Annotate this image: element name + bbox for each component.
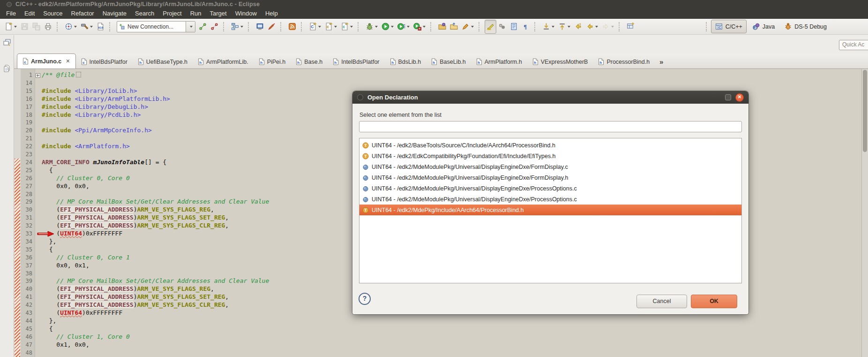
dialog-title-bar[interactable]: Open Declaration ✕ xyxy=(352,91,748,104)
declaration-list-item[interactable]: UINT64 - /edk2/MdeModulePkg/Universal/Di… xyxy=(359,194,741,205)
tab-base-h[interactable]: hBase.h xyxy=(291,55,328,68)
print-button[interactable] xyxy=(42,20,54,34)
tab-bdslib-h[interactable]: hBdsLib.h xyxy=(385,55,427,68)
dialog-close-button[interactable]: ✕ xyxy=(735,93,744,102)
menu-search[interactable]: Search xyxy=(131,9,158,18)
export-button[interactable] xyxy=(448,20,460,34)
menu-file[interactable]: File xyxy=(2,9,20,18)
new-source-button[interactable]: c xyxy=(339,20,355,34)
tab-intelbdsplatfor[interactable]: cIntelBdsPlatfor xyxy=(76,55,133,68)
tab-armjuno-c[interactable]: cArmJuno.c✕ xyxy=(17,53,76,68)
declaration-list-item[interactable]: TUINT64 - /edk2/EdkCompatibilityPkg/Foun… xyxy=(359,151,741,161)
prev-annotation-button[interactable] xyxy=(556,20,572,34)
menu-run[interactable]: Run xyxy=(186,9,206,18)
connect-node-button[interactable] xyxy=(197,20,209,34)
menu-project[interactable]: Project xyxy=(158,9,186,18)
binary-button[interactable]: 010 xyxy=(95,20,106,34)
editor-scrollbar[interactable] xyxy=(861,69,868,357)
menu-navigate[interactable]: Navigate xyxy=(98,9,131,18)
occurrences-button[interactable] xyxy=(496,20,508,34)
feed-button[interactable] xyxy=(286,20,298,34)
new-connection-combo[interactable]: New Connection... xyxy=(117,21,195,32)
back-button[interactable] xyxy=(584,20,600,34)
dropdown-caret-icon[interactable] xyxy=(350,26,353,28)
dropdown-caret-icon[interactable] xyxy=(240,26,243,28)
dropdown-caret-icon[interactable] xyxy=(375,26,378,28)
perspective-ds-5-debug[interactable]: DS-5 Debug xyxy=(780,20,831,33)
show-source-button[interactable] xyxy=(508,20,520,34)
tab-uefibasetype-h[interactable]: hUefiBaseType.h xyxy=(133,55,193,68)
dropdown-caret-icon[interactable] xyxy=(611,26,614,28)
menu-target[interactable]: Target xyxy=(206,9,231,18)
tab-pipei-h[interactable]: hPiPei.h xyxy=(254,55,291,68)
ok-button[interactable]: OK xyxy=(691,295,737,308)
new-button[interactable] xyxy=(3,20,19,34)
new-class-button[interactable]: C xyxy=(307,20,323,34)
readonly-button[interactable] xyxy=(266,20,277,34)
profile-button[interactable] xyxy=(412,20,427,34)
menu-window[interactable]: Window xyxy=(231,9,261,18)
declaration-list-item[interactable]: UINT64 - /edk2/MdeModulePkg/Universal/Di… xyxy=(359,172,741,183)
tab-vexpressmotherb[interactable]: hVExpressMotherB xyxy=(527,55,593,68)
last-edit-button[interactable] xyxy=(572,20,584,34)
dropdown-caret-icon[interactable] xyxy=(391,26,394,28)
highlight-button[interactable] xyxy=(485,20,496,34)
tab-processorbind-h[interactable]: hProcessorBind.h xyxy=(593,55,655,68)
dropdown-caret-icon[interactable] xyxy=(74,26,77,28)
menu-edit[interactable]: Edit xyxy=(20,9,39,18)
tab-overflow-chevron[interactable]: » xyxy=(659,58,663,66)
folded-region-indicator[interactable] xyxy=(76,72,81,77)
dropdown-caret-icon[interactable] xyxy=(90,26,93,28)
dropdown-caret-icon[interactable] xyxy=(471,26,474,28)
cancel-button[interactable]: Cancel xyxy=(636,295,687,308)
line-number: 35 xyxy=(21,246,32,254)
dropdown-caret-icon[interactable] xyxy=(568,26,570,28)
target-button[interactable] xyxy=(63,20,79,34)
dropdown-caret-icon[interactable] xyxy=(318,26,321,28)
remote-tree-button[interactable] xyxy=(229,20,245,34)
import-button[interactable] xyxy=(436,20,448,34)
dropdown-caret-icon[interactable] xyxy=(423,26,426,28)
line-number: 42 xyxy=(21,301,32,309)
dialog-maximize-icon[interactable] xyxy=(725,94,731,100)
declaration-list-item[interactable]: TUINT64 - /edk2/BaseTools/Source/C/Inclu… xyxy=(359,140,741,151)
project-explorer-button[interactable] xyxy=(2,63,12,74)
run-config-button[interactable] xyxy=(396,20,412,34)
restore-views-button[interactable] xyxy=(2,37,12,47)
whitespace-button[interactable]: ¶ xyxy=(520,20,531,34)
element-filter-input[interactable] xyxy=(359,121,742,132)
dropdown-caret-icon[interactable] xyxy=(595,26,598,28)
declaration-list-item[interactable]: UINT64 - /edk2/MdeModulePkg/Universal/Di… xyxy=(359,161,741,172)
menu-help[interactable]: Help xyxy=(261,9,282,18)
debug-button[interactable] xyxy=(364,20,380,34)
menu-source[interactable]: Source xyxy=(39,9,67,18)
tab-baselib-h[interactable]: hBaseLib.h xyxy=(426,55,471,68)
declaration-list-item[interactable]: UINT64 - /edk2/MdeModulePkg/Universal/Di… xyxy=(359,183,741,194)
combo-dropdown-button[interactable] xyxy=(186,22,195,32)
fold-expand-icon[interactable] xyxy=(36,73,40,78)
declaration-list[interactable]: TUINT64 - /edk2/BaseTools/Source/C/Inclu… xyxy=(359,138,742,283)
tab-close-icon[interactable]: ✕ xyxy=(66,58,70,64)
run-button[interactable] xyxy=(380,20,396,34)
tab-armplatform-h[interactable]: hArmPlatform.h xyxy=(471,55,527,68)
perspective-label: Java xyxy=(763,23,775,30)
build-button[interactable] xyxy=(79,20,95,34)
tab-armplatformlib-[interactable]: hArmPlatformLib. xyxy=(193,55,254,68)
perspective-java[interactable]: JJava xyxy=(748,20,778,33)
new-header-button[interactable]: c xyxy=(323,20,339,34)
dropdown-caret-icon[interactable] xyxy=(14,26,17,28)
scrollbar-thumb[interactable] xyxy=(863,70,867,152)
terminal-button[interactable] xyxy=(254,20,266,34)
dropdown-caret-icon[interactable] xyxy=(552,26,554,28)
tab-intelbdsplatfor[interactable]: hIntelBdsPlatfor xyxy=(328,55,384,68)
perspective-c-c-[interactable]: CC/C++ xyxy=(711,20,747,33)
dropdown-caret-icon[interactable] xyxy=(334,26,337,28)
open-perspective-button[interactable] xyxy=(625,20,636,34)
disconnect-node-button[interactable] xyxy=(209,20,220,34)
declaration-list-item[interactable]: TUINT64 - /edk2/MdePkg/Include/AArch64/P… xyxy=(359,205,741,215)
next-annotation-button[interactable] xyxy=(540,20,556,34)
marker-button[interactable] xyxy=(460,20,476,34)
help-button[interactable]: ? xyxy=(359,293,371,305)
menu-refactor[interactable]: Refactor xyxy=(67,9,98,18)
dropdown-caret-icon[interactable] xyxy=(407,26,410,28)
